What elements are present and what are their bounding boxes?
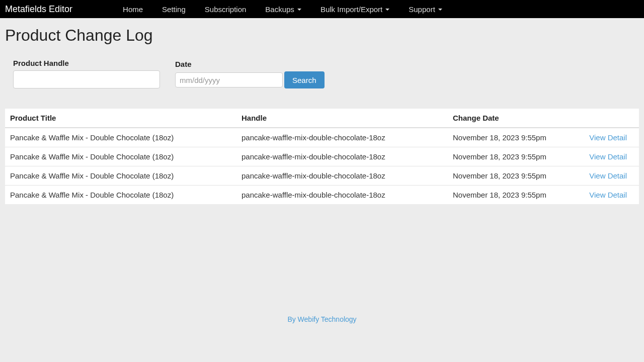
th-action bbox=[584, 109, 639, 128]
search-form: Product Handle Date Search bbox=[5, 59, 639, 88]
cell-change-date: November 18, 2023 9:55pm bbox=[448, 128, 584, 147]
date-search-row: Search bbox=[175, 71, 325, 88]
nav-label: Setting bbox=[162, 5, 186, 14]
cell-handle: pancake-waffle-mix-double-chocolate-18oz bbox=[236, 186, 448, 205]
chevron-down-icon bbox=[297, 9, 301, 11]
th-change-date: Change Date bbox=[448, 109, 584, 128]
nav-support[interactable]: Support bbox=[409, 5, 442, 14]
cell-handle: pancake-waffle-mix-double-chocolate-18oz bbox=[236, 147, 448, 166]
cell-change-date: November 18, 2023 9:55pm bbox=[448, 186, 584, 205]
product-handle-group: Product Handle bbox=[13, 59, 160, 88]
cell-product-title: Pancake & Waffle Mix - Double Chocolate … bbox=[5, 186, 236, 205]
date-label: Date bbox=[175, 60, 325, 68]
view-detail-link[interactable]: View Detail bbox=[589, 191, 627, 199]
page-title: Product Change Log bbox=[5, 26, 639, 45]
table-row: Pancake & Waffle Mix - Double Chocolate … bbox=[5, 128, 639, 147]
cell-product-title: Pancake & Waffle Mix - Double Chocolate … bbox=[5, 128, 236, 147]
cell-action: View Detail bbox=[584, 166, 639, 186]
chevron-down-icon bbox=[385, 9, 389, 11]
footer: By Webify Technology bbox=[0, 310, 644, 328]
table-row: Pancake & Waffle Mix - Double Chocolate … bbox=[5, 186, 639, 205]
cell-handle: pancake-waffle-mix-double-chocolate-18oz bbox=[236, 166, 448, 186]
product-handle-input[interactable] bbox=[13, 70, 160, 88]
cell-handle: pancake-waffle-mix-double-chocolate-18oz bbox=[236, 128, 448, 147]
nav-label: Backups bbox=[265, 5, 294, 14]
nav-label: Bulk Import/Export bbox=[320, 5, 382, 14]
nav-bulk-import-export[interactable]: Bulk Import/Export bbox=[320, 5, 389, 14]
nav-setting[interactable]: Setting bbox=[162, 5, 186, 14]
change-log-table: Product Title Handle Change Date Pancake… bbox=[5, 109, 639, 204]
th-handle: Handle bbox=[236, 109, 448, 128]
nav-label: Subscription bbox=[205, 5, 247, 14]
view-detail-link[interactable]: View Detail bbox=[589, 133, 627, 142]
main-container: Product Change Log Product Handle Date S… bbox=[0, 18, 644, 209]
date-group: Date Search bbox=[175, 60, 325, 88]
cell-action: View Detail bbox=[584, 186, 639, 205]
cell-action: View Detail bbox=[584, 128, 639, 147]
nav-home[interactable]: Home bbox=[123, 5, 143, 14]
navbar: Metafields Editor Home Setting Subscript… bbox=[0, 0, 644, 18]
chevron-down-icon bbox=[438, 9, 442, 11]
nav-label: Home bbox=[123, 5, 143, 14]
nav-backups[interactable]: Backups bbox=[265, 5, 301, 14]
nav-label: Support bbox=[409, 5, 435, 14]
cell-product-title: Pancake & Waffle Mix - Double Chocolate … bbox=[5, 166, 236, 186]
table-row: Pancake & Waffle Mix - Double Chocolate … bbox=[5, 166, 639, 186]
footer-link[interactable]: By Webify Technology bbox=[287, 315, 356, 323]
navbar-brand[interactable]: Metafields Editor bbox=[5, 4, 72, 15]
product-handle-label: Product Handle bbox=[13, 59, 160, 67]
date-input[interactable] bbox=[175, 72, 283, 87]
cell-action: View Detail bbox=[584, 147, 639, 166]
view-detail-link[interactable]: View Detail bbox=[589, 152, 627, 161]
th-product-title: Product Title bbox=[5, 109, 236, 128]
search-button[interactable]: Search bbox=[284, 71, 325, 88]
navbar-nav: Home Setting Subscription Backups Bulk I… bbox=[123, 5, 442, 14]
cell-change-date: November 18, 2023 9:55pm bbox=[448, 166, 584, 186]
cell-product-title: Pancake & Waffle Mix - Double Chocolate … bbox=[5, 147, 236, 166]
cell-change-date: November 18, 2023 9:55pm bbox=[448, 147, 584, 166]
nav-subscription[interactable]: Subscription bbox=[205, 5, 247, 14]
view-detail-link[interactable]: View Detail bbox=[589, 171, 627, 180]
table-row: Pancake & Waffle Mix - Double Chocolate … bbox=[5, 147, 639, 166]
